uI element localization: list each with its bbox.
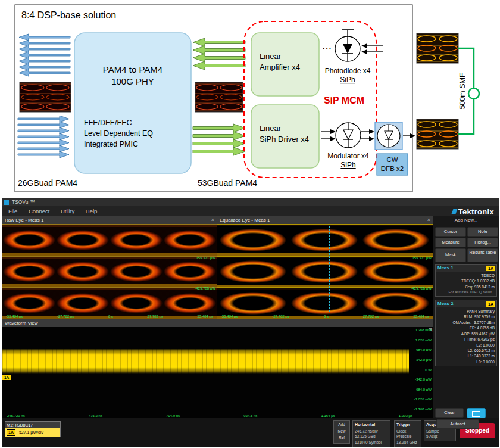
raw-eye-ylabel-top: 159.371 µW: [196, 256, 215, 260]
cw-line2: DFB x2: [381, 165, 404, 172]
title-bar: TSOVu ™: [2, 198, 499, 206]
source-label: M1: TSD8C17: [5, 422, 60, 428]
linear-amplifier-block: Linear Amplifier x4: [251, 33, 319, 96]
horizontal-scale: 246.72 ns/div: [355, 428, 388, 434]
acquisition-count: 5 Acqs: [426, 434, 454, 440]
raw-eye-header: Raw Eye - Meas 1 ×: [2, 216, 217, 224]
phy-line1: PAM4 to PAM4: [103, 64, 162, 74]
eq-eye-ylabel-bottom: -429.788 µW: [411, 287, 432, 290]
rate-label-26g: 26GBuad PAM4: [18, 178, 77, 188]
waveform-amplitude-axis: 1.368 mW1.026 mW684.0 µW 342.0 µW0 W-342…: [414, 328, 432, 411]
raw-eye-ylabel-bottom: -429.788 µW: [195, 287, 215, 290]
photodiode-label1: Photodiode x4: [325, 67, 371, 75]
eq-eye-ylabel-top: 159.371 µW: [412, 256, 432, 260]
meas2-source-badge: 1A: [486, 301, 495, 307]
diagram-title: 8:4 DSP-base solution: [21, 10, 116, 20]
menu-utility[interactable]: Utility: [61, 208, 74, 214]
add-new-ref-button[interactable]: Add New Ref: [333, 420, 350, 444]
mask-button[interactable]: Mask: [435, 248, 466, 262]
clear-button[interactable]: Clear: [435, 408, 464, 418]
menu-connect[interactable]: Connect: [29, 208, 49, 214]
eye-thumbnail-tx: [417, 119, 458, 149]
trigger-source: Clock Prescale: [396, 428, 419, 440]
eq-eye-time-axis: -55.404 ps-27.702 ps0 s27.702 ps55.404 p…: [221, 315, 429, 318]
tektronix-logo-mark: [451, 209, 458, 214]
siph-driver-block: Linear SiPh Driver x4: [251, 105, 319, 168]
histogram-button[interactable]: Histog...: [467, 238, 498, 247]
waveform-header: Waveform View: [2, 319, 433, 327]
modulator-label1: Modulator x4: [327, 152, 369, 160]
driver-line1: Linear: [260, 124, 282, 133]
app-icon: [4, 200, 9, 205]
eye-thumbnail-rx: [417, 33, 458, 63]
horizontal-rate: 53.125 GBd: [355, 434, 388, 440]
close-icon[interactable]: ×: [427, 216, 430, 224]
equalized-eye-title: Equalized Eye - Meas 1: [220, 217, 270, 223]
trigger-panel[interactable]: Trigger Clock Prescale 13.284 GHz: [394, 420, 421, 447]
meas1-readout: TDECQ TDECQ: 1.0332 dB Ceq: 935.8413 m F…: [436, 272, 496, 296]
meas2-card[interactable]: Meas 2 1A PAM4 Summary RLM: 957.9759 m O…: [435, 300, 497, 366]
menu-file[interactable]: File: [8, 208, 17, 214]
driver-line2: SiPh Driver x4: [260, 135, 309, 144]
equalized-eye-header: Equalized Eye - Meas 1 ×: [217, 216, 433, 224]
menu-help[interactable]: Help: [86, 208, 98, 214]
eye-thumbnail-53g: [195, 82, 243, 112]
waveform-display[interactable]: ◥ 1A 1.368 mW1.026 mW684.0 µW 342.0 µW0 …: [2, 327, 433, 418]
phy-line4: Level Dependent EQ: [84, 129, 153, 138]
trigger-frequency: 13.284 GHz: [396, 440, 419, 446]
repeat-dots: ⋯: [322, 43, 332, 54]
cw-dfb-box: CW DFB x2: [377, 154, 408, 175]
horizontal-length: 131070 Symbol: [355, 440, 388, 446]
horizontal-title: Horizontal: [355, 422, 388, 428]
add-new-button[interactable]: Add New...: [435, 217, 497, 225]
menu-bar: File Connect Utility Help Tektronix: [2, 206, 499, 216]
phy-line2: 100G PHY: [111, 76, 154, 86]
tektronix-logo: Tektronix: [452, 207, 494, 217]
pam4-waveform-trace: [2, 349, 409, 374]
table-view-button[interactable]: [467, 408, 486, 418]
meas1-name: Meas 1: [438, 265, 454, 272]
meas1-source-badge: 1A: [486, 266, 495, 271]
channel-marker[interactable]: 1A: [2, 375, 11, 380]
measurement-cursor-line: [329, 226, 330, 312]
cw-line1: CW: [386, 156, 398, 163]
amp-line1: Linear: [260, 52, 282, 61]
table-icon: [472, 411, 480, 417]
raw-eye-title: Raw Eye - Meas 1: [5, 217, 43, 223]
meas2-readout: PAM4 Summary RLM: 957.9759 m OMAouter: -…: [436, 307, 496, 366]
phy-block: PAM4 to PAM4 100G PHY FFE/DFE/FEC Level …: [74, 33, 191, 173]
meas2-header: Meas 2 1A: [436, 300, 496, 307]
raw-eye-time-axis: -55.404 ps-27.702 ps0 s27.702 ps55.404 p…: [6, 315, 213, 318]
window-title: TSOVu ™: [12, 198, 35, 206]
equalized-eye-display[interactable]: 159.371 µW -429.788 µW -55.404 ps-27.702…: [217, 224, 433, 319]
sip-mcm-label: SiP MCM: [324, 95, 364, 105]
meas1-header: Meas 1 1A: [436, 265, 496, 272]
modulator-label2: SiPh: [340, 161, 355, 169]
phy-line5: Integrated PMIC: [84, 140, 138, 148]
close-icon[interactable]: ×: [211, 216, 214, 224]
amp-line2: Amplifier x4: [260, 63, 300, 71]
meas1-card[interactable]: Meas 1 1A TDECQ TDECQ: 1.0332 dB Ceq: 93…: [435, 264, 497, 297]
tsovu-window: TSOVu ™ File Connect Utility Help Tektro…: [2, 198, 499, 447]
waveform-time-axis: 245.729 ns475.3 ns704.9 ns 934.5 ns1.164…: [7, 414, 412, 418]
note-button[interactable]: Note: [467, 227, 498, 237]
source-scale: 527.1 µW/div: [19, 430, 43, 434]
smf-label: 500m SMF: [458, 73, 467, 109]
waveform-panel: Waveform View ◥ 1A 1.368 mW1.026 mW684.0…: [2, 319, 433, 418]
photodiode-label2: SiPh: [340, 76, 355, 84]
autoset-button[interactable]: Autoset: [436, 419, 479, 429]
meas2-name: Meas 2: [438, 300, 454, 307]
eye-thumbnail-26g: [20, 82, 71, 112]
cursor-button[interactable]: Cursor: [435, 227, 466, 237]
results-table-button[interactable]: Results Table: [467, 248, 498, 262]
rate-label-53g: 53GBuad PAM4: [198, 178, 257, 188]
trigger-title: Trigger: [396, 422, 419, 428]
horizontal-panel[interactable]: Horizontal 246.72 ns/div 53.125 GBd 1310…: [352, 420, 390, 447]
bottom-bar: M1: TSD8C17 1A 527.1 µW/div Add New Ref …: [2, 418, 499, 447]
waveform-title: Waveform View: [5, 321, 38, 326]
measure-button[interactable]: Measure: [435, 238, 466, 247]
source-badge[interactable]: M1: TSD8C17 1A 527.1 µW/div: [5, 421, 61, 437]
dsp-solution-diagram: 8:4 DSP-base solution PAM4 to PAM4 100G …: [0, 0, 500, 198]
raw-eye-panel: Raw Eye - Meas 1 × 159.371 µW -429.788 µ…: [2, 216, 217, 319]
raw-eye-display[interactable]: 159.371 µW -429.788 µW -55.404 ps-27.702…: [2, 224, 217, 319]
